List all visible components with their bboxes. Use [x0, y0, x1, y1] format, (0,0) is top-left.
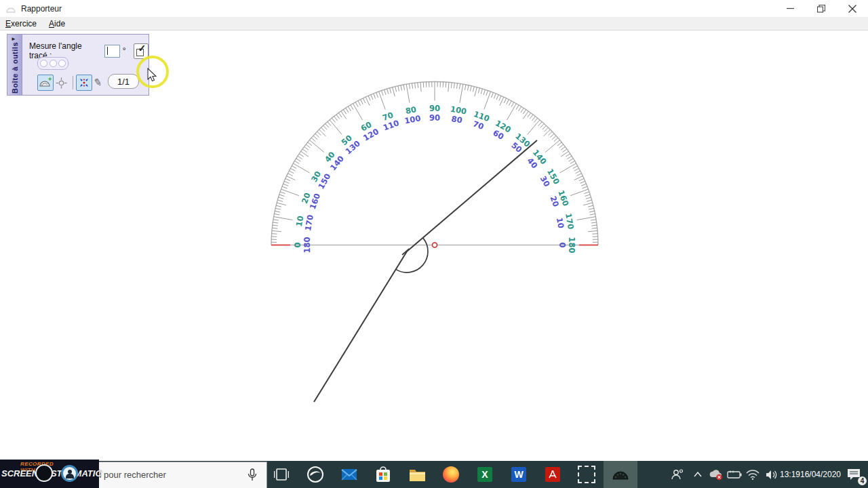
move-tool-button[interactable]	[54, 75, 68, 90]
inner-scale-label: 90	[429, 113, 440, 123]
protractor-tick	[355, 102, 358, 107]
wifi-icon[interactable]	[743, 461, 762, 488]
excel-icon[interactable]: X	[468, 461, 502, 488]
tray-expand-icon[interactable]	[689, 461, 707, 488]
protractor-tick	[273, 222, 278, 223]
protractor-tick	[521, 108, 524, 113]
mail-icon[interactable]	[332, 461, 366, 488]
protractor-tick	[319, 129, 326, 136]
protractor-tick	[302, 149, 307, 152]
store-icon[interactable]	[366, 461, 400, 488]
word-icon[interactable]: W	[502, 461, 536, 488]
protractor-tick	[563, 149, 567, 152]
pencil-icon[interactable]: ✎	[93, 76, 104, 89]
protractor-tick	[583, 203, 593, 205]
search-placeholder: Taper ici pour rechercher	[68, 470, 166, 480]
protractor-tick	[358, 101, 361, 106]
protractor-tick	[299, 154, 304, 157]
protractor-tick	[454, 83, 454, 88]
protractor-tick	[516, 105, 519, 110]
protractor-tick	[395, 87, 397, 92]
protractor-tick	[415, 83, 416, 88]
protractor-tick	[403, 85, 405, 90]
protractor-tick	[545, 127, 549, 131]
protractor-tick	[566, 154, 570, 157]
protractor-tick	[591, 220, 596, 220]
protractor-tick	[459, 83, 460, 89]
protractor-tick	[284, 181, 289, 183]
angle-input[interactable]	[104, 45, 119, 58]
protractor-tick	[279, 195, 285, 196]
protractor-tick	[557, 142, 561, 146]
protractor-tick	[523, 110, 526, 115]
inner-scale-label: 180	[302, 237, 312, 253]
protractor-tick	[448, 82, 449, 92]
protractor-tick	[281, 189, 299, 196]
protractor-tick	[285, 178, 290, 180]
acrobat-icon[interactable]	[536, 461, 570, 488]
protractor-tick	[309, 140, 323, 152]
colored-arrows-icon	[78, 77, 90, 89]
attempt-dot[interactable]	[50, 60, 57, 67]
protractor-tick	[538, 122, 542, 126]
crosshair-icon	[56, 77, 67, 89]
protractor-tick	[530, 115, 533, 119]
firefox-icon[interactable]	[434, 461, 468, 488]
protractor-tick	[418, 83, 418, 88]
notification-icon[interactable]: 4	[840, 461, 868, 488]
protractor-tick	[585, 195, 591, 196]
clock-date: 16/04/2020	[800, 470, 841, 479]
onedrive-icon[interactable]	[707, 461, 725, 488]
file-explorer-icon[interactable]	[400, 461, 434, 488]
edge-icon[interactable]	[298, 461, 332, 488]
people-icon[interactable]	[666, 461, 689, 488]
protractor-tick	[328, 122, 331, 126]
protractor-tick	[317, 131, 321, 136]
protractor-tick	[296, 159, 301, 161]
new-exercise-button[interactable]: +	[37, 75, 54, 91]
attempt-dot[interactable]	[58, 60, 66, 67]
attempt-dot[interactable]	[40, 60, 47, 67]
protractor-tick	[315, 134, 319, 137]
clock[interactable]: 13:19 16/04/2020	[781, 461, 840, 488]
protractor-tick	[292, 166, 296, 169]
protractor-tick	[311, 138, 315, 141]
restore-button[interactable]	[806, 0, 837, 17]
protractor-tick	[401, 85, 402, 91]
microphone-icon[interactable]	[248, 468, 257, 482]
protractor-tick	[577, 217, 596, 220]
scatter-points-button[interactable]	[76, 75, 92, 91]
protractor-tick	[586, 197, 591, 199]
toolbox-strip[interactable]: ► Boîte à outils	[7, 35, 22, 95]
protractor-tick	[467, 85, 469, 91]
speaker-icon[interactable]	[762, 461, 781, 488]
rapporteur-icon[interactable]	[604, 461, 637, 488]
protractor-tick	[368, 96, 370, 100]
inner-scale-label: 100	[403, 113, 421, 125]
protractor-tick	[306, 144, 310, 148]
protractor-tick	[393, 87, 395, 97]
protractor-tick	[361, 100, 363, 104]
close-button[interactable]	[837, 0, 868, 17]
menu-aide[interactable]: Aide	[43, 18, 71, 30]
protractor-tick	[272, 234, 277, 235]
menu-exercice[interactable]: Exercice	[0, 18, 43, 30]
battery-icon[interactable]	[725, 461, 743, 488]
protractor-tick	[587, 200, 592, 201]
protractor-tick	[379, 92, 386, 109]
protractor-tick	[279, 197, 284, 199]
protractor-tick	[588, 230, 597, 231]
selection-icon[interactable]	[570, 461, 604, 488]
protractor-tick	[576, 174, 581, 176]
taskbar: Taper ici pour rechercher	[0, 461, 868, 488]
task-view-icon[interactable]	[264, 461, 298, 488]
minimize-button[interactable]	[774, 0, 806, 17]
protractor-tick	[584, 192, 589, 194]
angle-ray-2	[314, 251, 407, 402]
clock-time: 13:19	[780, 470, 800, 479]
protractor-tick	[589, 208, 594, 209]
search-box[interactable]: Taper ici pour rechercher	[33, 462, 267, 488]
protractor-tick	[420, 82, 421, 92]
protractor-tick	[277, 200, 283, 201]
protractor-tick	[574, 168, 579, 171]
